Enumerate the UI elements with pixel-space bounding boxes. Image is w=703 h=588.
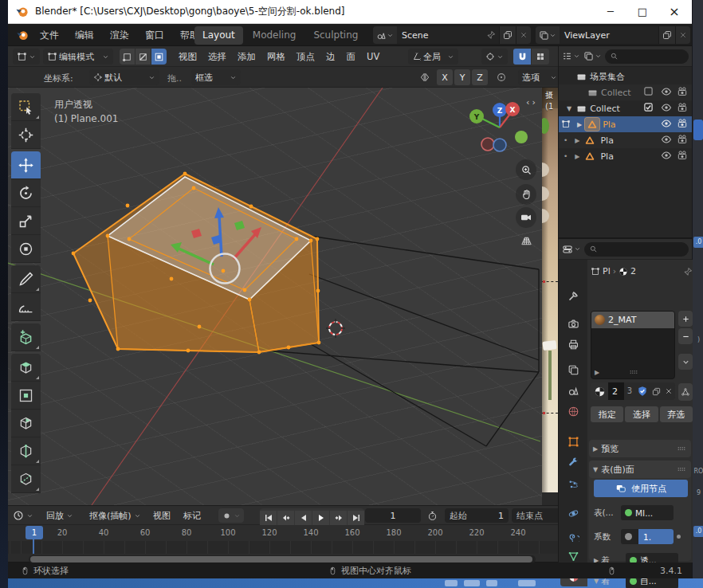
expand-arrow[interactable]: ▶ xyxy=(575,153,579,160)
menu-mesh[interactable]: 网格 xyxy=(261,46,291,67)
menu-timeline-view[interactable]: 视图 xyxy=(153,506,171,525)
pin-icon[interactable] xyxy=(683,267,693,276)
row-label[interactable]: Collect xyxy=(601,88,631,98)
menu-keying[interactable]: 抠像(插帧) xyxy=(89,506,141,525)
properties-editor-type[interactable] xyxy=(562,244,581,255)
timeline-track-area[interactable] xyxy=(8,541,558,554)
tool-loop-cut[interactable] xyxy=(11,437,41,465)
breadcrumb-material[interactable]: 2 xyxy=(630,266,636,276)
scene-delete-button[interactable] xyxy=(516,26,531,44)
minimize-button[interactable]: ─ xyxy=(595,0,626,24)
tab-physics[interactable] xyxy=(559,504,587,523)
current-frame-badge[interactable]: 1 xyxy=(26,526,43,539)
workspace-tab-layout[interactable]: Layout xyxy=(194,26,243,45)
orientation-dropdown[interactable]: 全局 xyxy=(408,49,458,65)
edge-select-button[interactable] xyxy=(135,49,151,65)
timeline-ruler[interactable]: 20 40 60 80 100 120 140 160 180 200 220 … xyxy=(8,525,558,541)
material-slot-active[interactable]: 2_MAT xyxy=(591,312,674,328)
material-name-field[interactable]: 2 xyxy=(608,382,624,400)
material-unlink-button[interactable] xyxy=(662,382,675,400)
editor-type-button[interactable] xyxy=(13,49,40,65)
tab-scene[interactable] xyxy=(559,381,587,400)
material-browse-button[interactable] xyxy=(591,386,608,398)
outliner-row-plane-active[interactable]: ▶ Pla xyxy=(559,116,692,132)
pan-button[interactable] xyxy=(516,184,536,205)
resize-grip-icon[interactable] xyxy=(628,367,639,377)
outliner-filter[interactable] xyxy=(583,51,602,61)
tab-output[interactable] xyxy=(559,335,587,354)
proportional-edit-icon[interactable] xyxy=(496,72,507,83)
material-slot-name[interactable]: 2_MAT xyxy=(608,315,636,325)
tool-rotate[interactable] xyxy=(11,179,41,207)
grip-icon[interactable] xyxy=(676,444,687,453)
outliner-row-collection[interactable]: ▼ Collect xyxy=(559,100,692,116)
face-select-button[interactable] xyxy=(151,49,167,65)
vertex-select-button[interactable] xyxy=(120,49,135,65)
mirror-x-button[interactable]: X xyxy=(437,69,453,85)
camera-viewport-strip[interactable]: 摄 (1 xyxy=(542,88,558,505)
tab-render[interactable] xyxy=(559,314,587,333)
pin-icon[interactable] xyxy=(486,30,496,40)
frame-start-field[interactable]: 起始 1 xyxy=(445,508,509,523)
material-copy-button[interactable] xyxy=(650,382,662,400)
material-users-count[interactable]: 3 xyxy=(624,382,635,400)
viewlayer-icon[interactable] xyxy=(536,26,560,44)
eye-icon[interactable] xyxy=(661,102,672,113)
camera-view-button[interactable] xyxy=(516,207,536,228)
viewlayer-delete-button[interactable] xyxy=(675,26,690,44)
material-slot-list[interactable]: 2_MAT ▶ xyxy=(591,311,675,379)
expand-arrow[interactable]: ▼ xyxy=(567,105,571,112)
menu-file[interactable]: 文件 xyxy=(32,24,67,46)
menu-edit[interactable]: 编辑 xyxy=(67,24,102,46)
outliner-display-mode[interactable] xyxy=(562,51,580,61)
scene-name[interactable]: Scene xyxy=(397,30,486,41)
menu-playback[interactable]: 回放 xyxy=(46,506,73,525)
scene-canvas[interactable] xyxy=(8,88,542,505)
title-bar[interactable]: Blender* [C:\Users\CXJ\Desktop\gong\baoy… xyxy=(8,0,692,24)
material-specials-dropdown[interactable] xyxy=(678,383,693,401)
camera-restrict-icon[interactable] xyxy=(677,86,688,97)
current-frame-field[interactable]: 1 xyxy=(365,508,421,523)
scene-new-button[interactable] xyxy=(499,26,516,44)
use-nodes-button[interactable]: 使用节点 xyxy=(594,480,688,497)
camera-restrict-icon[interactable] xyxy=(677,134,688,145)
outliner-row-collection-excluded[interactable]: Collect xyxy=(559,84,692,100)
play-reverse-button[interactable] xyxy=(295,511,312,525)
use-preview-range-button[interactable] xyxy=(427,506,438,525)
mirror-z-button[interactable]: Z xyxy=(472,69,488,85)
outliner-row-scene-collection[interactable]: 场景集合 xyxy=(559,69,692,84)
mirror-y-button[interactable]: Y xyxy=(454,69,470,85)
snap-toggle[interactable] xyxy=(513,49,531,65)
row-label[interactable]: Pla xyxy=(600,151,613,162)
eye-icon[interactable] xyxy=(661,86,672,97)
menu-marker[interactable]: 标记 xyxy=(183,506,201,525)
menu-edge[interactable]: 边 xyxy=(320,46,341,67)
row-label[interactable]: Pla xyxy=(603,120,615,130)
eye-icon[interactable] xyxy=(661,118,672,129)
animate-dot[interactable] xyxy=(677,535,681,539)
tool-knife[interactable] xyxy=(11,465,41,493)
grip-icon[interactable] xyxy=(676,465,687,474)
pivot-dropdown[interactable] xyxy=(481,49,508,65)
workspace-tab-modeling[interactable]: Modeling xyxy=(245,26,304,45)
menu-add[interactable]: 添加 xyxy=(232,46,261,67)
scrollbar-handle[interactable] xyxy=(30,556,532,563)
outliner-search-input[interactable] xyxy=(605,49,689,64)
nav-z-neg-ball[interactable] xyxy=(493,139,506,151)
slot-remove-button[interactable] xyxy=(678,328,693,344)
selected-mesh-object[interactable] xyxy=(72,172,321,355)
menu-uv[interactable]: UV xyxy=(361,46,385,67)
region-collapse-arrows[interactable]: ‹› xyxy=(526,97,538,108)
select-button[interactable]: 选择 xyxy=(625,406,658,422)
tab-tool[interactable] xyxy=(559,286,587,305)
next-keyframe-button[interactable] xyxy=(330,511,347,525)
blender-menu-icon[interactable] xyxy=(16,29,29,41)
tab-constraints[interactable] xyxy=(559,526,587,545)
tool-measure[interactable] xyxy=(11,293,41,321)
outliner-row-plane[interactable]: • ▶ Pla xyxy=(559,132,692,148)
viewport-3d[interactable]: 用户透视 (1) Plane.001 Z X Y xyxy=(8,88,542,505)
record-icon[interactable] xyxy=(222,511,232,521)
list-expand-arrow[interactable]: ▶ xyxy=(595,369,599,376)
jump-to-end-button[interactable] xyxy=(348,511,364,525)
mirror-icon[interactable] xyxy=(419,72,430,83)
